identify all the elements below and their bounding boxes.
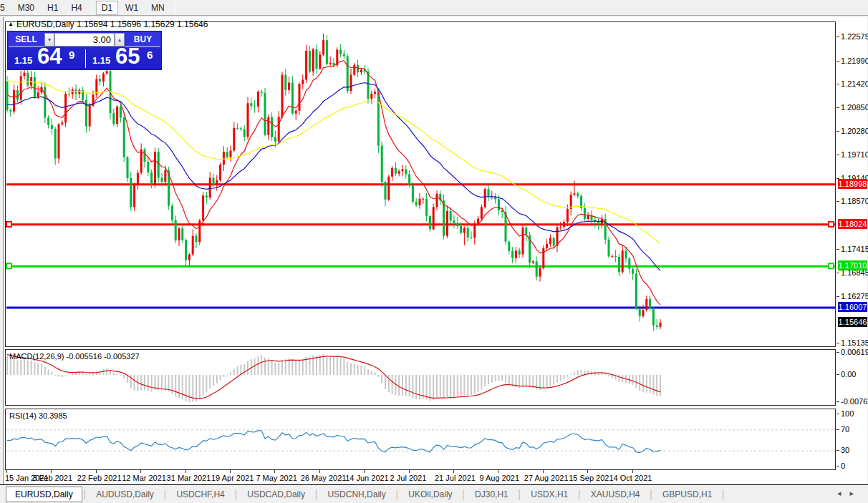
chart-symbol-label: EURUSD,Daily <box>16 19 74 29</box>
axis-price-label: 30 <box>841 446 849 454</box>
axis-tick <box>836 107 839 108</box>
axis-tick <box>836 61 839 62</box>
date-label: 31 Mar 2021 <box>167 474 211 482</box>
price-chart-pane[interactable] <box>5 21 836 347</box>
axis-tick <box>836 352 839 353</box>
axis-tick <box>836 466 839 467</box>
date-label: 4 Oct 2021 <box>614 474 652 482</box>
timeframe-button-d1[interactable]: D1 <box>96 1 118 15</box>
date-axis[interactable]: 15 Jan 20213 Feb 202122 Feb 202112 Mar 2… <box>5 470 836 484</box>
trade-panel-divider <box>85 49 86 68</box>
date-tick <box>6 470 7 473</box>
chart-title: ▲EURUSD,Daily 1.15694 1.15696 1.15629 1.… <box>8 19 208 29</box>
chart-tab-audusd[interactable]: AUDUSD,Daily <box>87 487 163 502</box>
line-price-label: 1.17010 <box>838 260 867 270</box>
date-tick <box>543 470 544 473</box>
date-tick <box>409 470 410 473</box>
date-label: 19 Apr 2021 <box>211 474 254 482</box>
price-axis[interactable]: 1.225751.219901.214201.208501.202801.197… <box>836 17 867 484</box>
axis-price-label: 1.17415 <box>841 245 868 253</box>
tab-separator: │ <box>314 489 319 499</box>
axis-price-label: 0 <box>841 462 845 470</box>
date-label: 21 Jul 2021 <box>435 474 476 482</box>
date-tick <box>230 470 231 473</box>
toolbar-separator <box>92 2 92 14</box>
chart-tab-usdcnh[interactable]: USDCNH,Daily <box>319 487 394 502</box>
timeframe-button-5[interactable]: 5 <box>0 1 11 15</box>
axis-tick <box>836 131 839 132</box>
tab-separator: │ <box>517 489 523 499</box>
date-label: 15 Sep 2021 <box>569 474 613 482</box>
axis-price-label: 0.006193 <box>841 348 868 356</box>
date-tick <box>453 470 454 473</box>
toolbar-separator <box>174 2 175 14</box>
axis-price-label: 1.15135 <box>841 338 868 347</box>
chart-tab-eurusd[interactable]: EURUSD,Daily <box>6 487 82 502</box>
line-price-label: 1.18024 <box>838 219 867 229</box>
timeframe-button-m30[interactable]: M30 <box>12 1 40 15</box>
date-label: 12 Mar 2021 <box>122 474 166 482</box>
axis-tick <box>836 414 839 414</box>
tab-scroll-arrows[interactable]: ◂▸ <box>837 489 862 498</box>
axis-tick <box>836 450 839 451</box>
line-price-label: 1.16007 <box>838 302 867 312</box>
chart-tab-gbpusd[interactable]: GBPUSD,H1 <box>654 487 720 502</box>
one-click-trade-panel: SELL ▼ 3.00 ▲ BUY 1.15 64 9 1.15 65 6 <box>7 31 162 70</box>
axis-price-label: -0.007621 <box>841 397 868 406</box>
date-label: 27 Aug 2021 <box>524 474 569 482</box>
volume-input[interactable]: 3.00 <box>54 33 115 47</box>
chart-tab-ukoil[interactable]: UKOil,Daily <box>400 487 460 502</box>
chart-tab-bar: EURUSD,Daily│AUDUSD,Daily│USDCHF,H4│USDC… <box>0 484 868 503</box>
timeframe-button-h1[interactable]: H1 <box>42 1 64 15</box>
tab-separator: │ <box>82 489 88 499</box>
axis-tick <box>836 36 839 37</box>
tab-separator: │ <box>577 489 582 499</box>
date-label: 9 Aug 2021 <box>479 474 519 482</box>
axis-price-label: 100 <box>841 409 854 418</box>
date-tick <box>632 470 633 473</box>
axis-tick <box>836 201 839 202</box>
timeframe-button-h4[interactable]: H4 <box>65 1 87 15</box>
tab-separator: │ <box>233 489 239 499</box>
axis-tick <box>836 429 839 430</box>
chart-tab-usdchf[interactable]: USDCHF,H4 <box>168 487 233 502</box>
collapse-icon[interactable]: ▲ <box>8 21 14 27</box>
axis-tick <box>836 296 839 297</box>
chart-tab-usdx[interactable]: USDX,H1 <box>522 487 577 502</box>
date-tick <box>319 470 320 473</box>
date-tick <box>364 470 365 473</box>
date-tick <box>185 470 186 473</box>
axis-tick <box>836 249 839 250</box>
axis-tick <box>836 84 839 84</box>
date-label: 2 Jul 2021 <box>390 474 427 482</box>
chart-tab-xauusd[interactable]: XAUUSD,H4 <box>582 487 649 502</box>
date-label: 7 May 2021 <box>256 474 296 482</box>
axis-price-label: 1.20280 <box>841 127 868 135</box>
line-price-label: 1.18998 <box>838 179 867 189</box>
date-label: 3 Feb 2021 <box>32 474 72 482</box>
date-tick <box>587 470 588 473</box>
buy-price-display[interactable]: 1.15 65 6 <box>87 48 161 69</box>
macd-label: MACD(12,26,9) -0.005516 -0.005327 <box>9 352 140 361</box>
tab-separator: │ <box>648 489 654 499</box>
tab-separator: │ <box>163 489 168 499</box>
date-label: 14 Jun 2021 <box>345 474 389 482</box>
axis-price-label: 1.21420 <box>841 79 868 88</box>
date-tick <box>140 470 141 473</box>
date-tick <box>498 470 498 473</box>
tab-separator: │ <box>461 489 467 499</box>
chart-tab-usdcad[interactable]: USDCAD,Daily <box>238 487 314 502</box>
date-tick <box>96 470 97 473</box>
rsi-pane[interactable]: RSI(14) 30.3985 <box>5 409 836 470</box>
axis-price-label: 1.20850 <box>841 103 868 112</box>
macd-pane[interactable]: MACD(12,26,9) -0.005516 -0.005327 <box>5 349 836 406</box>
sell-price-display[interactable]: 1.15 64 9 <box>9 48 83 69</box>
axis-price-label: 70 <box>841 425 849 434</box>
timeframe-button-mn[interactable]: MN <box>145 1 170 15</box>
axis-tick <box>836 155 839 155</box>
chart-tab-dj30[interactable]: DJ30,H1 <box>466 487 517 502</box>
axis-price-label: 0.00 <box>841 370 856 379</box>
current-price-label: 1.15646 <box>838 317 867 327</box>
date-label: 26 May 2021 <box>301 474 347 482</box>
timeframe-button-w1[interactable]: W1 <box>120 1 144 15</box>
